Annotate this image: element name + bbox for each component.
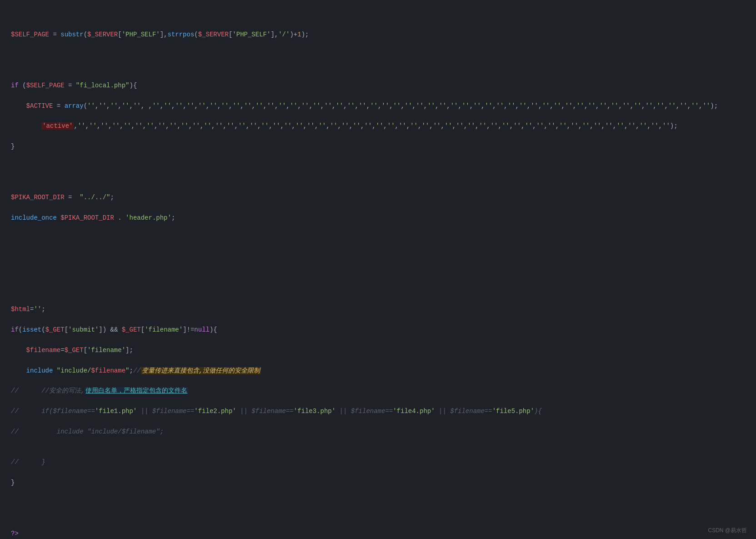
line-18: // if($filename=='file1.php' || $filenam…	[9, 406, 751, 416]
line-4: $ACTIVE = array('','','','','', ,'','','…	[9, 101, 751, 111]
line-21: }	[9, 478, 751, 488]
line-23: ?>	[9, 529, 751, 539]
line-blank-3	[9, 243, 751, 253]
line-3: if ($SELF_PAGE = "fi_local.php"){	[9, 81, 751, 91]
line-13: $html='';	[9, 304, 751, 314]
code-editor: $SELF_PAGE = substr($_SERVER['PHP_SELF']…	[0, 0, 756, 539]
line-16: include "include/$filename";//变量传进来直接包含,…	[9, 366, 751, 376]
line-5: 'active','','','','','','','','','','','…	[9, 121, 751, 131]
line-blank-2	[9, 172, 751, 182]
line-6: }	[9, 141, 751, 151]
line-blank-5	[9, 284, 751, 294]
line-blank-4	[9, 264, 751, 274]
line-blank-6	[9, 508, 751, 518]
watermark: CSDN @易水哲	[708, 527, 747, 534]
line-9: include_once $PIKA_ROOT_DIR . 'header.ph…	[9, 213, 751, 223]
line-8: $PIKA_ROOT_DIR = "../../";	[9, 192, 751, 202]
line-19: // include "include/$filename";	[9, 427, 751, 437]
line-17: // //安全的写法,使用白名单，严格指定包含的文件名	[9, 386, 751, 396]
line-blank-1	[9, 60, 751, 70]
line-14: if(isset($_GET['submit']) && $_GET['file…	[9, 325, 751, 335]
line-1: $SELF_PAGE = substr($_SERVER['PHP_SELF']…	[9, 30, 751, 40]
line-15: $filename=$_GET['filename'];	[9, 345, 751, 355]
line-20: // }	[9, 457, 751, 467]
